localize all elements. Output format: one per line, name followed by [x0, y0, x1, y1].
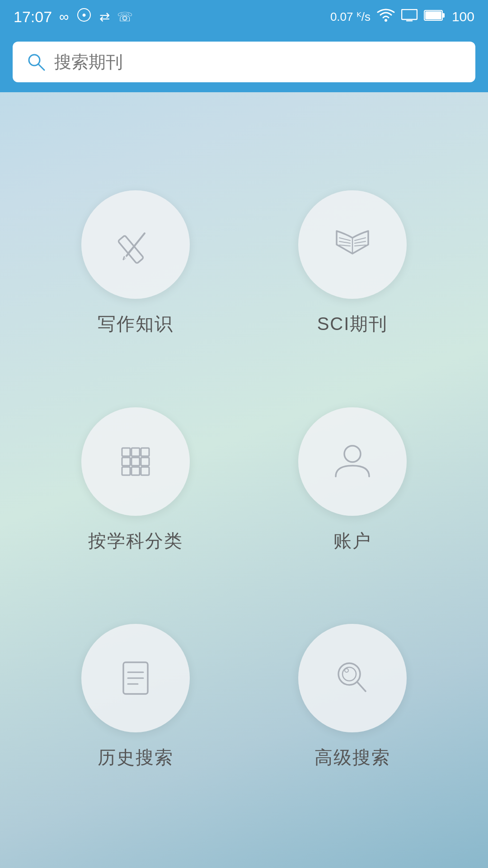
time-display: 17:07: [14, 8, 52, 26]
svg-line-10: [38, 64, 44, 70]
search-circle-icon: [328, 653, 377, 703]
svg-text:●: ●: [82, 11, 87, 19]
menu-item-subject-classification[interactable]: 按学科分类: [81, 407, 190, 553]
history-search-label: 历史搜索: [98, 745, 174, 770]
search-bar-container: [0, 33, 488, 92]
menu-item-writing-knowledge[interactable]: 写作知识: [81, 190, 190, 336]
book-icon: [328, 220, 377, 269]
menu-item-sci-journals[interactable]: SCI期刊: [298, 190, 407, 336]
grid-icon: [111, 437, 160, 486]
subject-classification-button[interactable]: [81, 407, 190, 516]
search-bar[interactable]: [13, 42, 475, 82]
svg-line-12: [123, 257, 124, 259]
svg-point-40: [345, 669, 348, 672]
svg-line-22: [355, 245, 366, 246]
advanced-search-label: 高级搜索: [314, 745, 390, 770]
svg-point-3: [385, 19, 387, 22]
svg-rect-8: [442, 13, 445, 18]
account-label: 账户: [333, 528, 371, 553]
sci-journals-button[interactable]: [298, 190, 407, 299]
svg-rect-26: [122, 458, 130, 466]
network-speed: 0.07 ᴷ/s: [330, 10, 371, 24]
wifi-icon: [377, 8, 395, 26]
svg-rect-28: [141, 458, 149, 466]
phone-icon: ☏: [117, 9, 133, 24]
svg-line-20: [355, 238, 366, 241]
usb-icon: ⇄: [99, 9, 110, 24]
svg-line-39: [357, 682, 366, 691]
user-icon: [328, 437, 377, 486]
svg-rect-30: [131, 467, 140, 475]
svg-line-17: [339, 238, 350, 241]
svg-line-19: [339, 245, 350, 246]
sci-journals-label: SCI期刊: [317, 311, 388, 336]
battery-level: 100: [452, 9, 474, 24]
status-bar: 17:07 ∞ ● ⇄ ☏ 0.07 ᴷ/s: [0, 0, 488, 33]
search-icon: [26, 52, 46, 72]
account-button[interactable]: [298, 407, 407, 516]
svg-line-21: [355, 241, 366, 243]
menu-row-2: 按学科分类 账户: [0, 407, 488, 553]
menu-item-account[interactable]: 账户: [298, 407, 407, 553]
menu-item-advanced-search[interactable]: 高级搜索: [298, 624, 407, 770]
svg-rect-31: [141, 467, 149, 475]
subject-classification-label: 按学科分类: [88, 528, 183, 553]
pencil-icon: [111, 220, 160, 269]
message-icon: ●: [76, 7, 92, 27]
menu-row-1: 写作知识 SCI期刊: [0, 190, 488, 336]
writing-knowledge-button[interactable]: [81, 190, 190, 299]
menu-item-history-search[interactable]: 历史搜索: [81, 624, 190, 770]
document-icon: [111, 653, 160, 703]
svg-point-38: [343, 667, 356, 681]
menu-row-3: 历史搜索 高级搜索: [0, 624, 488, 770]
writing-knowledge-label: 写作知识: [98, 311, 174, 336]
advanced-search-button[interactable]: [298, 624, 407, 732]
search-input[interactable]: [54, 52, 462, 72]
svg-rect-29: [122, 467, 130, 475]
svg-rect-4: [402, 9, 417, 19]
battery-icon: [424, 9, 446, 24]
svg-rect-25: [141, 448, 149, 456]
main-content: 写作知识 SCI期刊: [0, 92, 488, 868]
infinity-icon: ∞: [59, 9, 69, 24]
history-search-button[interactable]: [81, 624, 190, 732]
svg-rect-24: [131, 448, 140, 456]
svg-rect-27: [131, 458, 140, 466]
svg-line-18: [339, 241, 350, 243]
svg-line-15: [128, 235, 143, 253]
svg-rect-23: [122, 448, 130, 456]
svg-point-32: [344, 446, 361, 462]
screen-icon: [401, 9, 418, 25]
status-right: 0.07 ᴷ/s 100: [330, 8, 474, 26]
status-left: 17:07 ∞ ● ⇄ ☏: [14, 7, 133, 27]
svg-rect-7: [425, 11, 441, 19]
